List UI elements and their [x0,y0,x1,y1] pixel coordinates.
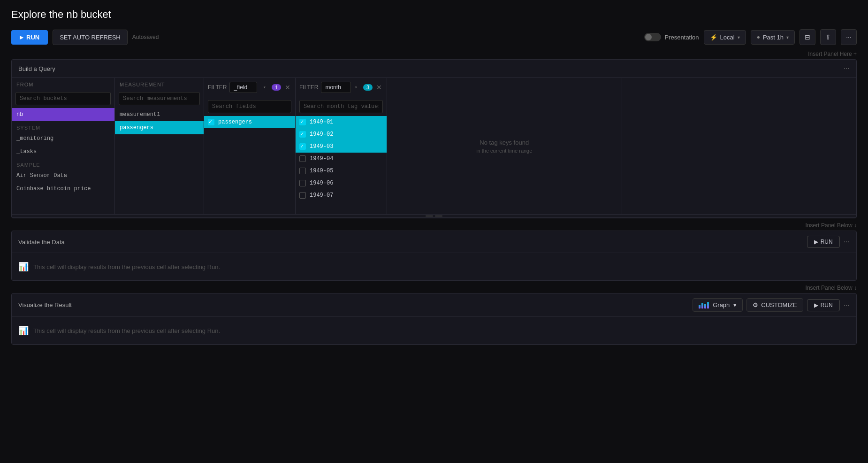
month-1949-02-item[interactable]: 1949-02 [296,128,387,140]
month-1949-06-checkbox[interactable] [299,180,306,186]
month-1949-01-checkbox[interactable] [299,119,306,125]
more-options-button[interactable]: ··· [841,29,857,45]
month-1949-03-item[interactable]: 1949-03 [296,140,387,153]
visualize-empty-message: 📊 This cell will display results from th… [12,317,856,344]
from-column: FROM nb SYSTEM _monitoring _tasks SAMPLE… [12,78,115,214]
visualize-header: Visualize the Result Graph ▾ ⚙ CUSTOMIZE… [12,293,856,317]
system-section-label: SYSTEM [12,121,114,132]
field-passengers-item[interactable]: passengers [204,116,295,128]
presentation-label: Presentation [665,34,699,41]
play-icon-visualize: ▶ [814,302,818,309]
insert-panel-below-2[interactable]: Insert Panel Below ↓ [806,285,857,291]
month-1949-07-label: 1949-07 [310,192,333,199]
filter2-close-button[interactable]: ✕ [375,84,383,91]
month-1949-03-checkbox[interactable] [299,143,306,150]
graph-label: Graph [713,301,730,309]
insert-panel-here[interactable]: Insert Panel Here + [808,51,857,57]
graph-icon [699,302,709,309]
filter2-badge: 3 [363,84,373,91]
filter2-column: FILTER month 3 ✕ 1949-01 1 [296,78,387,214]
chevron-down-icon-time: ▾ [786,35,789,40]
month-1949-03-label: 1949-03 [310,143,333,150]
resize-handle[interactable] [12,214,856,218]
chevron-down-icon: ▾ [738,35,740,40]
search-fields-input[interactable] [208,100,291,113]
query-builder-body: FROM nb SYSTEM _monitoring _tasks SAMPLE… [12,78,856,214]
validate-run-button[interactable]: ▶ RUN [807,236,840,248]
search-measurements-input[interactable] [119,92,200,105]
filter1-field-select[interactable]: _field [229,82,257,93]
customize-button[interactable]: ⚙ CUSTOMIZE [746,298,803,312]
from-label: FROM [12,78,114,89]
run-label: RUN [26,34,39,41]
field-passengers-checkbox[interactable] [208,119,214,125]
clock-icon: ● [757,34,760,40]
query-builder-panel: Build a Query ··· FROM nb SYSTEM _monito… [11,59,857,218]
play-icon: ▶ [20,35,23,40]
visualize-panel: Visualize the Result Graph ▾ ⚙ CUSTOMIZE… [11,293,857,345]
save-button[interactable]: ⊟ [799,29,815,45]
bucket-coinbase[interactable]: Coinbase bitcoin price [12,182,114,195]
bucket-air-sensor[interactable]: Air Sensor Data [12,169,114,182]
chart-icon-validate: 📊 [18,262,29,272]
chart-icon-visualize: 📊 [18,325,29,336]
filter2-header: FILTER month 3 ✕ [296,78,387,97]
autosaved-label: Autosaved [132,34,159,40]
no-tag-keys-message: No tag keys found [480,139,529,146]
month-1949-05-item[interactable]: 1949-05 [296,165,387,177]
chevron-down-icon-graph: ▾ [733,301,737,309]
insert-panel-below-1[interactable]: Insert Panel Below ↓ [806,222,857,229]
bucket-monitoring[interactable]: _monitoring [12,132,114,145]
local-dropdown[interactable]: ⚡ Local ▾ [704,30,746,45]
sample-section-label: SAMPLE [12,158,114,169]
month-1949-04-checkbox[interactable] [299,155,306,162]
time-range-label: Past 1h [763,34,784,41]
validate-header: Validate the Data ▶ RUN ··· [12,231,856,253]
month-1949-07-item[interactable]: 1949-07 [296,189,387,201]
bucket-nb[interactable]: nb [12,108,114,121]
save-icon: ⊟ [805,33,810,41]
validate-run-label: RUN [821,239,833,245]
presentation-toggle[interactable] [644,33,661,41]
query-builder-header: Build a Query ··· [12,60,856,78]
lightning-icon: ⚡ [710,34,717,41]
bucket-tasks[interactable]: _tasks [12,145,114,158]
no-tag-keys-panel: No tag keys found in the current time ra… [387,78,622,214]
validate-panel: Validate the Data ▶ RUN ··· 📊 This cell … [11,231,857,281]
local-label: Local [720,34,735,41]
field-passengers-label: passengers [218,119,252,125]
filter1-badge: 1 [272,84,281,91]
graph-dropdown-button[interactable]: Graph ▾ [693,298,743,312]
filter2-field-select[interactable]: month [321,82,351,93]
month-1949-04-label: 1949-04 [310,155,333,162]
visualize-title: Visualize the Result [18,301,72,309]
measurement-measurement1[interactable]: measurement1 [115,108,204,121]
customize-label: CUSTOMIZE [761,301,797,309]
search-buckets-input[interactable] [15,92,111,105]
filter1-close-button[interactable]: ✕ [284,84,291,91]
month-1949-02-checkbox[interactable] [299,131,306,138]
measurement-column: MEASUREMENT measurement1 passengers [115,78,204,214]
month-1949-07-checkbox[interactable] [299,192,306,199]
month-1949-05-label: 1949-05 [310,168,333,174]
filter1-label: FILTER [208,84,227,91]
query-builder-menu-button[interactable]: ··· [844,64,850,73]
validate-menu-button[interactable]: ··· [844,238,850,246]
measurement-passengers[interactable]: passengers [115,121,204,134]
visualize-run-label: RUN [821,302,833,309]
search-month-input[interactable] [299,100,383,113]
auto-refresh-button[interactable]: SET AUTO REFRESH [53,30,128,45]
visualize-run-button[interactable]: ▶ RUN [807,299,840,311]
share-icon: ⇪ [825,33,831,41]
time-range-dropdown[interactable]: ● Past 1h ▾ [751,30,795,45]
run-button[interactable]: ▶ RUN [11,30,48,45]
share-button[interactable]: ⇪ [820,29,836,45]
visualize-menu-button[interactable]: ··· [844,301,850,309]
page-title: Explore the nb bucket [11,8,857,21]
month-1949-05-checkbox[interactable] [299,168,306,174]
month-1949-01-label: 1949-01 [310,119,333,125]
month-1949-06-item[interactable]: 1949-06 [296,177,387,189]
month-1949-01-item[interactable]: 1949-01 [296,116,387,128]
month-1949-02-label: 1949-02 [310,131,333,138]
month-1949-04-item[interactable]: 1949-04 [296,153,387,165]
